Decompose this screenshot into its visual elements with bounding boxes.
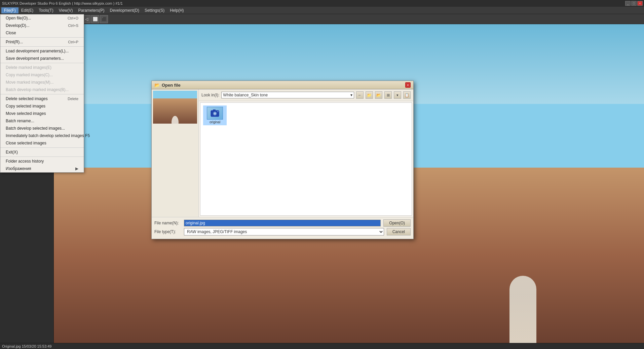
dialog-main-area: Look in(I): White balance_Skin tone ▾ ← … [199,89,413,217]
move-selected-label: Move selected images [6,111,46,116]
sep-3 [0,63,84,63]
menu-move-selected[interactable]: Move selected images [0,110,84,117]
immediately-batch-label: Immediately batch develop selected image… [6,133,90,138]
menu-close[interactable]: Close [0,29,84,37]
open-file-shortcut: Ctrl+O [68,16,78,20]
copy-selected-label: Copy selected images [6,104,45,108]
menu-close-selected[interactable]: Close selected images [0,139,84,147]
title-bar-buttons[interactable]: _ □ × [625,1,643,6]
izobrazheniya-arrow: ▶ [75,166,78,171]
print-shortcut: Ctrl+P [68,40,78,44]
cancel-button[interactable]: Cancel [387,228,411,235]
menu-batch-rename[interactable]: Batch rename... [0,117,84,125]
person-figure [509,276,536,343]
print-label: Print(R)... [6,40,23,44]
menu-settings[interactable]: Settings(S) [142,7,167,13]
dialog-title-bar: 📂 Open file × [152,81,413,89]
menu-save-params[interactable]: Save development parameters... [0,55,84,62]
menu-delete-marked: Delete marked images(E) [0,64,84,71]
dialog-nav-view[interactable]: ⊞ [384,91,392,99]
title-bar: SILKYPIX Developer Studio Pro 6 English … [0,0,644,7]
dialog-nav-view-dropdown[interactable]: ▾ [394,91,401,99]
batch-rename-label: Batch rename... [6,119,34,123]
svg-rect-12 [213,110,216,111]
menu-help[interactable]: Help(H) [167,7,186,13]
look-in-label: Look in(I): [201,93,219,97]
dialog-toolbar: Look in(I): White balance_Skin tone ▾ ← … [199,89,413,101]
menu-batch-develop-selected[interactable]: Batch develop selected images... [0,125,84,132]
menu-edit[interactable]: Edit(E) [18,7,36,13]
menu-copy-marked: Copy marked images(C)... [0,71,84,79]
sep-1 [0,37,84,38]
menu-folder-history[interactable]: Folder access history [0,158,84,165]
toolbar-btn-12[interactable]: ⬛ [100,15,108,23]
dialog-close-button[interactable]: × [405,82,411,88]
copy-marked-label: Copy marked images(C)... [6,73,53,77]
menu-exit[interactable]: Exit(X) [0,148,84,156]
menu-copy-selected[interactable]: Copy selected images [0,102,84,110]
menu-immediately-batch[interactable]: Immediately batch develop selected image… [0,132,84,139]
delete-selected-shortcut: Delete [68,97,78,101]
dialog-nav-back[interactable]: ← [356,91,364,99]
izobrazheniya-label: Изображения [6,166,31,171]
menu-load-params[interactable]: Load development parameters(L)... [0,47,84,55]
batch-develop-selected-label: Batch develop selected images... [6,126,65,131]
move-marked-label: Move marked images(M)... [6,80,54,85]
filetype-row: File type(T): RAW images, JPEG/TIFF imag… [154,228,411,235]
filename-input[interactable] [184,220,381,226]
toolbar-btn-11[interactable]: ⬜ [91,15,99,23]
sep-5 [0,147,84,148]
dialog-icon: 📂 [154,83,160,88]
dialog-title-label: Open file [162,83,181,88]
load-params-label: Load development parameters(L)... [6,49,69,53]
filetype-select[interactable]: RAW images, JPEG/TIFF images All files [184,228,384,235]
sep-6 [0,157,84,157]
file-dropdown-menu: Open file(O)... Ctrl+O Develop(D)... Ctr… [0,14,84,173]
menu-view[interactable]: View(V) [56,7,76,13]
file-thumb-original [207,107,223,120]
look-in-dropdown[interactable]: White balance_Skin tone ▾ [221,92,354,98]
develop-label: Develop(D)... [6,23,30,28]
menu-tools[interactable]: Tools(T) [36,7,56,13]
svg-point-11 [214,113,216,115]
menu-print[interactable]: Print(R)... Ctrl+P [0,38,84,46]
menu-develop[interactable]: Develop(D)... Ctrl+S [0,22,84,29]
dialog-nav-new-folder[interactable]: 📂 [375,91,382,99]
file-name-original: original [210,120,220,124]
dialog-left-nav [152,89,199,217]
maximize-button[interactable]: □ [631,1,637,6]
dialog-nav-favorites[interactable]: 📋 [403,91,411,99]
menu-file[interactable]: File(F) [1,7,18,13]
status-bar: Original.jpg 15/03/20 15:53:49 [0,343,644,349]
menu-development[interactable]: Development(D) [107,7,142,13]
menu-batch-develop-marked: Batch develop marked images(B)... [0,86,84,93]
menu-delete-selected[interactable]: Delete selected images Delete [0,95,84,102]
dialog-title-text: 📂 Open file [154,83,181,88]
delete-marked-label: Delete marked images(E) [6,65,51,70]
dialog-nav-up[interactable]: 📁 [366,91,373,99]
filetype-container: RAW images, JPEG/TIFF images All files [184,228,384,235]
close-app-button[interactable]: × [637,1,643,6]
delete-selected-label: Delete selected images [6,96,48,101]
menu-bar: File(F) Edit(E) Tools(T) View(V) Paramet… [0,7,644,14]
menu-open-file[interactable]: Open file(O)... Ctrl+O [0,14,84,22]
menu-izobrazheniya[interactable]: Изображения ▶ [0,165,84,172]
folder-history-label: Folder access history [6,159,44,164]
look-in-value: White balance_Skin tone [223,93,268,97]
minimize-button[interactable]: _ [625,1,631,6]
preview-image [153,91,197,124]
open-button[interactable]: Open(O) [383,219,411,227]
status-text: Original.jpg 15/03/20 15:53:49 [2,344,51,348]
look-in-chevron: ▾ [350,93,352,97]
file-item-original[interactable]: original [203,105,227,125]
sep-2 [0,46,84,47]
filetype-label: File type(T): [154,229,181,234]
dialog-preview [153,91,197,124]
app-title: SILKYPIX Developer Studio Pro 6 English … [2,1,123,5]
develop-shortcut: Ctrl+S [68,24,78,28]
menu-parameters[interactable]: Parameters(P) [76,7,107,13]
dialog-file-area: original [200,102,412,216]
sep-4 [0,94,84,94]
menu-move-marked: Move marked images(M)... [0,79,84,86]
filename-label: File name(N): [154,221,181,225]
